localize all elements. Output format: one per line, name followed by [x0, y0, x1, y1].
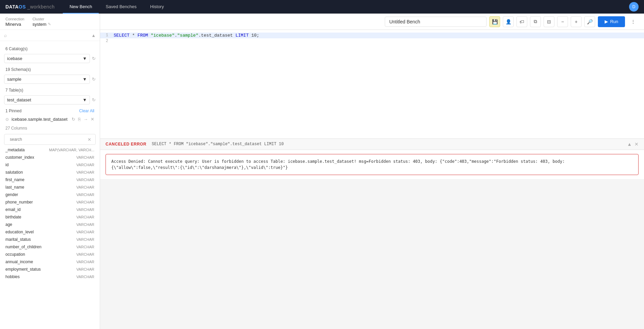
- bench-name-input[interactable]: [385, 17, 487, 27]
- increase-button[interactable]: +: [571, 16, 582, 27]
- col-name: _metadata: [5, 148, 25, 152]
- line-number-1: 1: [100, 33, 114, 38]
- list-item: hobbiesVARCHAR: [0, 273, 100, 280]
- refresh-table-icon[interactable]: ↻: [92, 97, 96, 102]
- col-name: email_id: [5, 207, 21, 212]
- list-item: ageVARCHAR: [0, 221, 100, 228]
- table-select[interactable]: test_dataset ▼: [4, 95, 90, 104]
- editor-toolbar: 💾 👤 🏷 ⧉ ⊟ − + 🔎 ▶ Run ⋮: [100, 14, 644, 30]
- pinned-row: 1 Pinned Clear All: [0, 106, 100, 115]
- sidebar-search-row: ⌕ ▲: [0, 30, 100, 41]
- tables-label: 7 Table(s): [0, 85, 100, 94]
- col-name: annual_income: [5, 259, 33, 264]
- col-name: gender: [5, 192, 18, 197]
- decrease-button[interactable]: −: [557, 16, 568, 27]
- clear-col-search-icon[interactable]: ✕: [88, 137, 91, 142]
- cluster-label: Cluster: [33, 17, 51, 21]
- brand-logo: DATAOS _workbench: [5, 4, 55, 9]
- col-type: VARCHAR: [76, 252, 94, 256]
- list-item: salutationVARCHAR: [0, 169, 100, 176]
- col-name: employment_status: [5, 267, 41, 272]
- close-results-icon[interactable]: ✕: [634, 141, 639, 147]
- share-button[interactable]: 👤: [503, 16, 514, 27]
- pinned-item[interactable]: ⊙ icebase.sample.test_dataset ↻ ⎘ → ✕: [0, 115, 100, 124]
- list-item: marital_statusVARCHAR: [0, 236, 100, 243]
- col-name: marital_status: [5, 237, 31, 242]
- col-type: VARCHAR: [76, 245, 94, 249]
- list-item: number_of_childrenVARCHAR: [0, 243, 100, 251]
- nav-history[interactable]: History: [144, 0, 171, 14]
- edit-cluster-icon[interactable]: ✎: [48, 22, 51, 26]
- arrow-pinned-icon[interactable]: →: [83, 117, 88, 122]
- col-name: customer_index: [5, 155, 34, 160]
- col-name: hobbies: [5, 274, 20, 279]
- col-name: number_of_children: [5, 245, 41, 249]
- close-pinned-icon[interactable]: ✕: [91, 117, 94, 122]
- list-item: _metadataMAP(VARCHAR, VARCH...: [0, 146, 100, 154]
- search-query-button[interactable]: 🔎: [584, 16, 595, 27]
- run-button[interactable]: ▶ Run: [598, 16, 625, 27]
- schemas-label: 19 Schema(s): [0, 64, 100, 73]
- nav-saved-benches[interactable]: Saved Benches: [99, 0, 143, 14]
- list-item: education_levelVARCHAR: [0, 228, 100, 236]
- nav-new-bench[interactable]: New Bench: [63, 0, 99, 14]
- canceled-badge: CANCELED ERROR: [106, 142, 146, 147]
- schema-select[interactable]: sample ▼: [4, 75, 90, 84]
- collapse-results-icon[interactable]: ▲: [627, 141, 632, 147]
- code-line-1: 1 SELECT * FROM "icebase"."sample".test_…: [100, 33, 644, 38]
- col-type: VARCHAR: [76, 193, 94, 197]
- col-type: VARCHAR: [76, 230, 94, 234]
- columns-label: 27 Columns: [0, 124, 100, 133]
- main-layout: Connection Minerva Cluster system ✎ ⌕ ▲ …: [0, 14, 644, 329]
- col-type: VARCHAR: [76, 260, 94, 264]
- user-avatar[interactable]: D: [629, 2, 639, 12]
- column-list: _metadataMAP(VARCHAR, VARCH...customer_i…: [0, 146, 100, 280]
- list-item: occupationVARCHAR: [0, 251, 100, 258]
- editor-area: 💾 👤 🏷 ⧉ ⊟ − + 🔎 ▶ Run ⋮ 1 SELECT * FROM …: [100, 14, 644, 329]
- column-search-row: ✕: [4, 134, 96, 145]
- col-name: id: [5, 162, 8, 167]
- col-type: VARCHAR: [76, 208, 94, 212]
- list-item: last_nameVARCHAR: [0, 183, 100, 191]
- connection-col: Connection Minerva: [5, 17, 24, 27]
- col-type: VARCHAR: [76, 215, 94, 219]
- col-type: VARCHAR: [76, 237, 94, 241]
- list-item: birthdateVARCHAR: [0, 213, 100, 221]
- pinned-item-name: icebase.sample.test_dataset: [12, 117, 69, 122]
- col-type: VARCHAR: [76, 267, 94, 271]
- col-type: VARCHAR: [76, 155, 94, 159]
- catalog-select[interactable]: icebase ▼: [4, 54, 90, 63]
- refresh-catalog-icon[interactable]: ↻: [92, 56, 96, 61]
- line-number-2: 2: [100, 39, 114, 43]
- collapse-sidebar-icon[interactable]: ▲: [91, 33, 96, 38]
- code-editor[interactable]: 1 SELECT * FROM "icebase"."sample".test_…: [100, 30, 644, 138]
- list-item: phone_numberVARCHAR: [0, 198, 100, 206]
- col-name: birthdate: [5, 215, 21, 219]
- tag-button[interactable]: 🏷: [516, 16, 527, 27]
- settings-icon[interactable]: ⋮: [628, 16, 639, 27]
- error-box: Access Denied: Cannot execute query: Use…: [106, 154, 639, 175]
- pin-icon: ⊙: [5, 117, 9, 122]
- col-type: MAP(VARCHAR, VARCH...: [49, 148, 94, 152]
- copy-pinned-icon[interactable]: ⎘: [78, 117, 81, 122]
- column-search-input[interactable]: [8, 136, 88, 143]
- table-dropdown-row: test_dataset ▼ ↻: [0, 94, 100, 106]
- col-type: VARCHAR: [76, 275, 94, 279]
- duplicate-button[interactable]: ⧉: [530, 16, 541, 27]
- refresh-schema-icon[interactable]: ↻: [92, 77, 96, 82]
- save-button[interactable]: 💾: [489, 16, 500, 27]
- connection-label: Connection: [5, 17, 24, 21]
- run-label: Run: [610, 19, 618, 24]
- pinned-label: 1 Pinned: [5, 109, 21, 113]
- col-type: VARCHAR: [76, 222, 94, 227]
- col-name: education_level: [5, 230, 34, 234]
- list-item: genderVARCHAR: [0, 191, 100, 198]
- code-line-2: 2: [100, 38, 644, 44]
- col-name: last_name: [5, 185, 24, 190]
- clear-all-button[interactable]: Clear All: [79, 109, 94, 113]
- refresh-pinned-icon[interactable]: ↻: [72, 117, 75, 122]
- list-item: first_nameVARCHAR: [0, 176, 100, 183]
- format-button[interactable]: ⊟: [544, 16, 554, 27]
- col-name: age: [5, 222, 12, 227]
- sidebar-content: 6 Catalog(s) icebase ▼ ↻ 19 Schema(s) sa…: [0, 41, 100, 329]
